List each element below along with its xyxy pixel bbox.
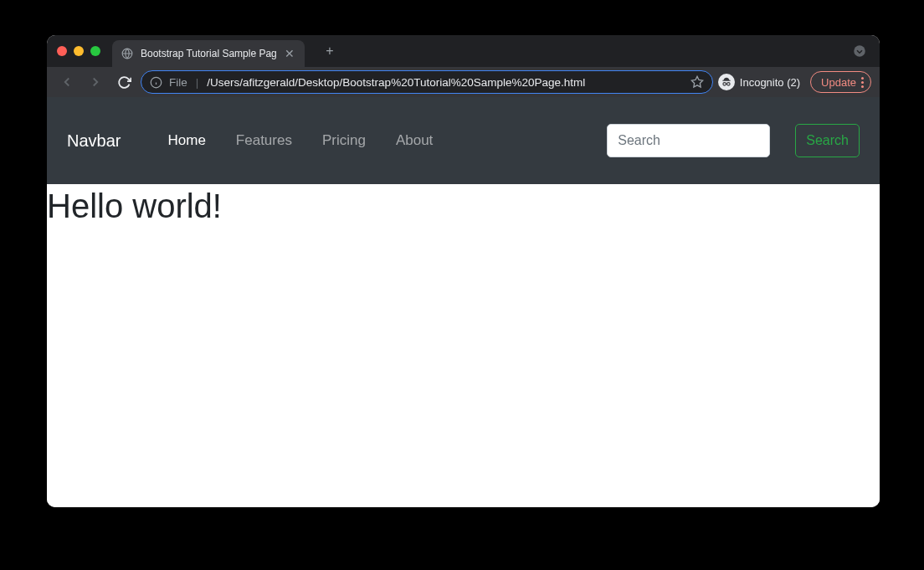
bookmark-star-icon[interactable]	[690, 75, 704, 89]
tab-bar: Bootstrap Tutorial Sample Page ✕ +	[47, 35, 880, 67]
update-label: Update	[821, 76, 856, 89]
page-content: Navbar Home Features Pricing About Searc…	[47, 97, 880, 507]
info-icon[interactable]	[150, 76, 162, 89]
url-path: /Users/afitzgerald/Desktop/Bootstrap%20T…	[207, 76, 684, 89]
incognito-label: Incognito (2)	[740, 76, 800, 89]
search-button[interactable]: Search	[795, 124, 860, 157]
tab-title: Bootstrap Tutorial Sample Page	[141, 48, 276, 59]
incognito-badge[interactable]: Incognito (2)	[718, 74, 800, 90]
nav-link-about[interactable]: About	[396, 132, 433, 149]
nav-link-home[interactable]: Home	[167, 132, 205, 149]
forward-button[interactable]	[84, 70, 107, 94]
page-heading: Hello world!	[47, 184, 880, 225]
back-button[interactable]	[55, 70, 79, 94]
globe-icon	[121, 47, 134, 60]
navbar-right: Search	[607, 124, 860, 157]
new-tab-button[interactable]: +	[318, 39, 341, 63]
url-protocol: File	[169, 76, 187, 89]
browser-tab[interactable]: Bootstrap Tutorial Sample Page ✕	[112, 40, 305, 67]
url-bar[interactable]: File | /Users/afitzgerald/Desktop/Bootst…	[141, 70, 713, 94]
nav-link-pricing[interactable]: Pricing	[322, 132, 366, 149]
svg-point-1	[854, 45, 865, 57]
window-maximize-button[interactable]	[90, 46, 100, 56]
nav-links: Home Features Pricing About	[167, 132, 433, 149]
close-icon[interactable]: ✕	[283, 47, 296, 60]
update-button[interactable]: Update	[810, 71, 871, 93]
svg-marker-5	[691, 76, 702, 87]
search-input[interactable]	[607, 124, 770, 157]
reload-button[interactable]	[112, 70, 136, 94]
traffic-lights	[57, 46, 100, 56]
browser-window: Bootstrap Tutorial Sample Page ✕ +	[47, 35, 880, 507]
window-close-button[interactable]	[57, 46, 67, 56]
chevron-down-icon[interactable]	[850, 41, 870, 61]
navbar: Navbar Home Features Pricing About Searc…	[47, 97, 880, 184]
navbar-brand[interactable]: Navbar	[67, 131, 121, 151]
window-minimize-button[interactable]	[74, 46, 84, 56]
svg-point-6	[723, 83, 726, 86]
svg-point-7	[726, 83, 730, 86]
url-divider: |	[196, 76, 199, 89]
menu-dots-icon	[861, 77, 864, 88]
address-bar: File | /Users/afitzgerald/Desktop/Bootst…	[47, 67, 880, 97]
incognito-icon	[718, 74, 735, 90]
nav-link-features[interactable]: Features	[236, 132, 292, 149]
